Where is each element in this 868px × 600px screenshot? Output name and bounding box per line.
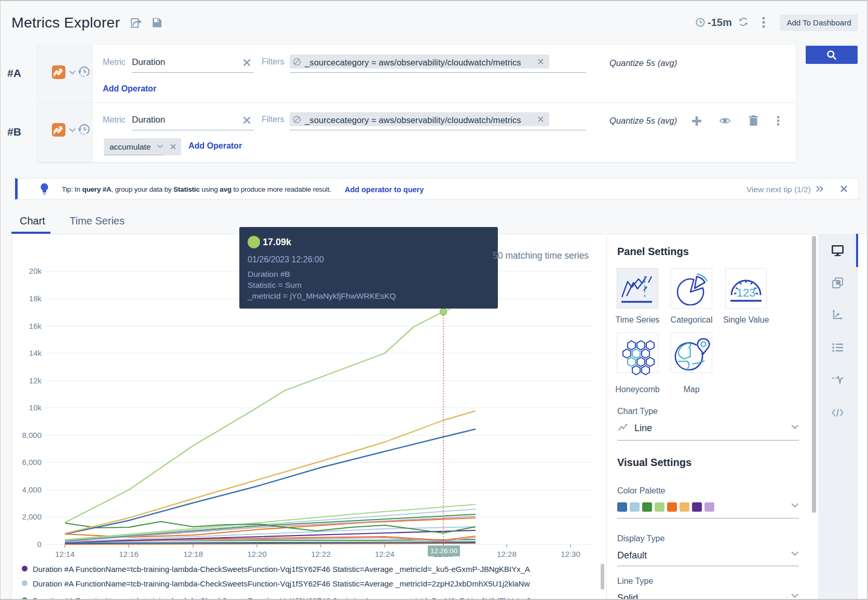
svg-text:20k: 20k xyxy=(29,266,42,275)
svg-text:12:24: 12:24 xyxy=(375,550,395,558)
svg-text:4,000: 4,000 xyxy=(22,485,42,494)
svg-text:12:26:00: 12:26:00 xyxy=(430,547,458,555)
svg-text:6,000: 6,000 xyxy=(22,458,42,466)
svg-text:123: 123 xyxy=(737,286,756,299)
svg-text:12:22: 12:22 xyxy=(311,550,331,558)
svg-text:0: 0 xyxy=(37,540,42,549)
svg-text:12:14: 12:14 xyxy=(55,550,75,558)
svg-text:12:30: 12:30 xyxy=(561,550,580,558)
svg-text:12:18: 12:18 xyxy=(183,550,203,558)
svg-text:12:16: 12:16 xyxy=(119,550,139,558)
svg-text:8,000: 8,000 xyxy=(22,431,42,439)
svg-text:18k: 18k xyxy=(29,294,42,303)
svg-text:12:28: 12:28 xyxy=(497,550,517,558)
svg-text:16k: 16k xyxy=(29,322,42,330)
svg-text:12k: 12k xyxy=(29,376,42,385)
svg-text:10k: 10k xyxy=(29,403,42,412)
svg-text:2,000: 2,000 xyxy=(22,512,42,521)
svg-text:14k: 14k xyxy=(29,349,42,357)
svg-text:12:20: 12:20 xyxy=(247,550,267,558)
